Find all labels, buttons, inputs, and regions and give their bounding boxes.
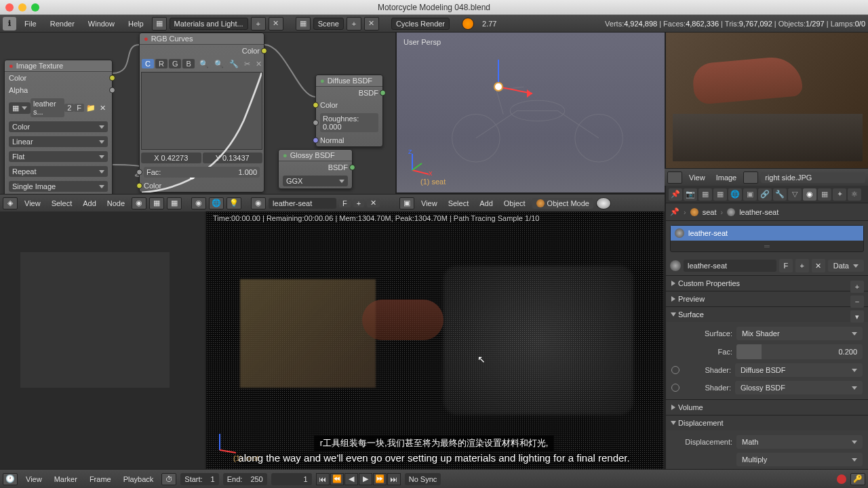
fake-user-button[interactable]: F (74, 104, 84, 112)
node-image-texture[interactable]: ●Image Texture Color Alpha ▦leather s...… (4, 60, 113, 194)
tab-render[interactable]: 📷 (684, 188, 697, 201)
unlink-material-button[interactable]: ✕ (812, 259, 825, 272)
delete-screen-button[interactable]: ✕ (269, 17, 283, 30)
material-slot-active[interactable]: leather-seat (671, 226, 863, 241)
play-button[interactable]: ▶ (359, 473, 372, 485)
distribution-dropdown[interactable]: GGX (283, 176, 348, 186)
delete-scene-button[interactable]: ✕ (364, 17, 379, 30)
node-header[interactable]: ●Glossy BSDF (279, 150, 352, 161)
mode-dropdown[interactable]: Object Mode (532, 198, 593, 209)
socket-icon[interactable] (313, 138, 319, 144)
socket-icon[interactable] (349, 165, 355, 171)
menu-render[interactable]: Render (45, 20, 80, 28)
panel-header[interactable]: Displacement (666, 415, 868, 430)
start-frame-field[interactable]: Start:1 (180, 473, 218, 485)
node-header[interactable]: ●Diffuse BSDF (316, 75, 382, 87)
socket-icon[interactable] (261, 48, 267, 54)
math-operation-dropdown[interactable]: Multiply (736, 453, 863, 466)
compositor-type-icon[interactable]: ▦ (149, 197, 164, 209)
tab-world[interactable]: 🌐 (728, 188, 742, 201)
render-engine-dropdown[interactable]: Cycles Render (391, 18, 450, 30)
menu-node[interactable]: Node (103, 199, 129, 207)
menu-help[interactable]: Help (123, 20, 149, 28)
shader2-dropdown[interactable]: Glossy BSDF (735, 381, 863, 394)
extension-dropdown[interactable]: Repeat (9, 166, 108, 177)
3d-manipulator[interactable] (492, 80, 505, 94)
menu-view[interactable]: View (417, 199, 441, 207)
delete-point-icon[interactable]: ✕ (254, 60, 264, 68)
fake-user-button[interactable]: F (779, 259, 793, 272)
material-link-dropdown[interactable]: Data (828, 260, 864, 272)
shader-type-icon[interactable]: ◉ (132, 197, 146, 209)
source-dropdown[interactable]: Single Image (9, 181, 108, 192)
node-diffuse-bsdf[interactable]: ●Diffuse BSDF BSDF Color Roughnes: 0.000… (315, 75, 383, 147)
menu-select[interactable]: Select (47, 199, 77, 207)
editor-type-icon[interactable] (667, 171, 682, 184)
panel-header[interactable]: Volume (666, 400, 868, 415)
add-slot-button[interactable]: + (850, 281, 864, 293)
image-canvas[interactable] (20, 252, 170, 388)
channel-c-button[interactable]: C (142, 59, 154, 68)
keyframe-next-button[interactable]: ⏩ (373, 473, 387, 485)
world-data-icon[interactable]: 🌐 (209, 197, 224, 209)
image-browse-icon[interactable] (743, 171, 758, 184)
projection-dropdown[interactable]: Flat (9, 151, 108, 162)
clip-icon[interactable]: ✂ (242, 60, 252, 68)
menu-frame[interactable]: Frame (85, 475, 115, 483)
pin-icon[interactable]: 📌 (670, 207, 679, 217)
tab-render-layers[interactable]: ▦ (698, 188, 712, 201)
shader-socket-icon[interactable] (671, 366, 679, 374)
tab-physics[interactable]: ⚛ (848, 188, 861, 201)
menu-view[interactable]: View (20, 199, 45, 207)
menu-add[interactable]: Add (475, 199, 497, 207)
menu-add[interactable]: Add (79, 199, 100, 207)
scene-field[interactable]: Scene (313, 18, 344, 30)
breadcrumb-material[interactable]: leather-seat (739, 208, 778, 216)
menu-file[interactable]: File (19, 20, 42, 28)
socket-icon[interactable] (109, 75, 115, 81)
node-rgb-curves[interactable]: ●RGB Curves Color C R G B 🔍 🔍 🔧 ✂ ✕ X 0.… (139, 33, 264, 192)
keying-set-icon[interactable]: 🔑 (850, 473, 865, 485)
pin-icon[interactable]: 📌 (669, 188, 682, 201)
fac-field[interactable]: Fac:1.000 (144, 167, 260, 178)
tab-object[interactable]: ▣ (743, 188, 757, 201)
screen-layout-field[interactable]: Materials and Light... (170, 18, 248, 30)
material-name-field[interactable]: leather-seat (684, 260, 776, 272)
jump-start-button[interactable]: ⏮ (316, 473, 330, 485)
editor-type-icon[interactable]: 🕐 (3, 473, 18, 485)
menu-marker[interactable]: Marker (50, 475, 81, 483)
uv-image-editor[interactable] (0, 211, 206, 470)
channel-r-button[interactable]: R (155, 59, 167, 68)
reference-image-editor[interactable] (665, 33, 868, 168)
add-screen-button[interactable]: + (251, 17, 266, 30)
close-window-button[interactable] (5, 3, 14, 12)
zoom-out-icon[interactable]: 🔍 (212, 60, 226, 68)
slot-resize-handle[interactable]: ═ (671, 241, 863, 251)
shader1-dropdown[interactable]: Diffuse BSDF (735, 363, 863, 377)
material-slot-list[interactable]: leather-seat ═ (670, 225, 864, 252)
zoom-window-button[interactable] (31, 3, 39, 12)
tab-modifiers[interactable]: 🔧 (773, 188, 787, 201)
menu-view[interactable]: View (22, 475, 46, 483)
users-count[interactable]: 2 (64, 104, 74, 112)
material-name-field[interactable]: leather-seat (269, 198, 336, 209)
add-material-button[interactable]: + (795, 259, 809, 272)
zoom-in-icon[interactable]: 🔍 (197, 60, 211, 68)
menu-playback[interactable]: Playback (119, 475, 158, 483)
colorspace-dropdown[interactable]: Color (9, 121, 108, 132)
sync-mode-dropdown[interactable]: No Sync (405, 473, 441, 485)
shading-mode-icon[interactable] (596, 197, 611, 209)
curve-widget[interactable] (141, 72, 262, 150)
jump-end-button[interactable]: ⏭ (387, 473, 401, 485)
texture-type-icon[interactable]: ▦ (167, 197, 182, 209)
tab-particles[interactable]: ✦ (833, 188, 846, 201)
fake-user-button[interactable]: F (339, 199, 351, 207)
minimize-window-button[interactable] (18, 3, 26, 12)
menu-select[interactable]: Select (444, 199, 473, 207)
lamp-data-icon[interactable]: 💡 (226, 197, 241, 209)
unlink-image-button[interactable]: ✕ (98, 104, 108, 113)
socket-icon[interactable] (109, 87, 115, 94)
panel-header[interactable]: Surface (666, 307, 868, 322)
socket-icon[interactable] (136, 183, 142, 189)
unlink-material-button[interactable]: ✕ (367, 199, 380, 207)
